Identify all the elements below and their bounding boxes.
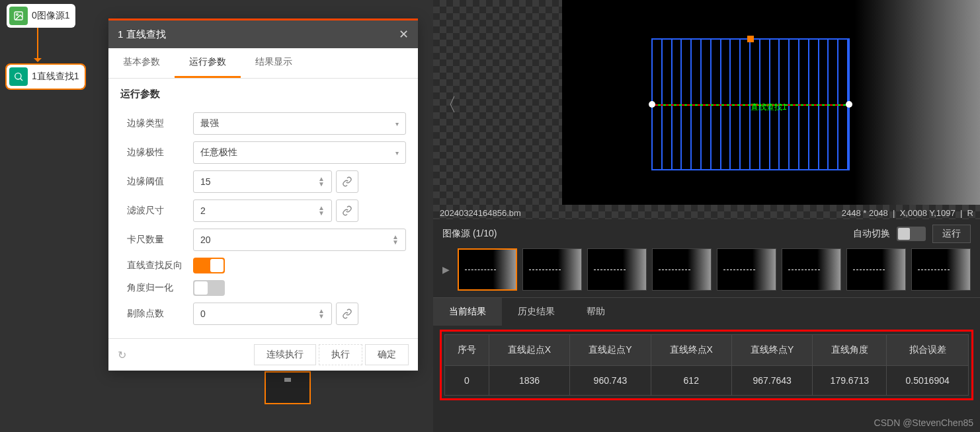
thumbnail[interactable] xyxy=(846,248,906,291)
result-table: 序号 直线起点X 直线起点Y 直线终点X 直线终点Y 直线角度 拟合误差 0 1… xyxy=(444,334,969,396)
col-header: 直线终点X xyxy=(651,335,731,366)
select-edge-polarity[interactable]: 任意极性 ▾ xyxy=(193,141,406,164)
dialog-tabs: 基本参数 运行参数 结果显示 xyxy=(108,48,418,79)
svg-point-1 xyxy=(17,14,19,16)
result-tabs: 当前结果 历史结果 帮助 xyxy=(433,297,980,326)
node-label: 1直线查找1 xyxy=(32,71,79,83)
thumbnail[interactable] xyxy=(911,248,971,291)
chevron-down-icon: ▾ xyxy=(395,120,399,127)
cell: 1836 xyxy=(489,366,569,396)
spinner-caliper-count[interactable]: 20 ▲▼ xyxy=(193,229,406,251)
cell: 967.7643 xyxy=(731,366,812,396)
select-edge-type[interactable]: 最强 ▾ xyxy=(193,112,406,135)
cursor-label: X,0008 Y,1097 xyxy=(900,208,956,218)
spinner-remove-points[interactable]: 0 ▲▼ xyxy=(193,303,332,325)
dialog-header[interactable]: 1 直线查找 ✕ xyxy=(108,20,418,48)
cell: 0.5016904 xyxy=(887,366,969,396)
execute-button[interactable]: 执行 xyxy=(319,344,362,365)
spinner-edge-threshold[interactable]: 15 ▲▼ xyxy=(193,170,332,193)
label-filter-size: 滤波尺寸 xyxy=(120,205,193,217)
section-title: 运行参数 xyxy=(108,79,418,106)
thumbnail-strip: ▶ xyxy=(433,248,980,297)
tab-help[interactable]: 帮助 xyxy=(571,298,621,326)
label-caliper-count: 卡尺数量 xyxy=(120,234,193,246)
col-header: 序号 xyxy=(445,335,489,366)
label-remove-points: 剔除点数 xyxy=(120,308,193,320)
resolution-label: 2448 * 2048 xyxy=(842,208,888,218)
ok-button[interactable]: 确定 xyxy=(365,344,409,365)
roi-label: 直线查找1 xyxy=(751,102,787,113)
cell: 960.743 xyxy=(570,366,651,396)
close-icon[interactable]: ✕ xyxy=(399,27,409,42)
play-icon[interactable]: ▶ xyxy=(442,264,450,275)
tab-history-result[interactable]: 历史结果 xyxy=(502,298,571,326)
thumbnail[interactable] xyxy=(458,248,517,291)
col-header: 直线角度 xyxy=(813,335,887,366)
tab-basic[interactable]: 基本参数 xyxy=(108,48,175,78)
filename-label: 20240324164856.bm xyxy=(440,208,521,218)
node-line-find[interactable]: 1直线查找1 xyxy=(7,65,85,89)
auto-switch-toggle[interactable] xyxy=(897,227,926,241)
dialog-title: 1 直线查找 xyxy=(118,28,166,41)
col-header: 直线终点Y xyxy=(731,335,812,366)
thumb-title: 图像源 (1/10) xyxy=(442,228,497,240)
viewer-status: 20240324164856.bm 2448 * 2048 | X,0008 Y… xyxy=(440,208,973,218)
toggle-reverse[interactable] xyxy=(193,258,225,273)
node-label: 0图像源1 xyxy=(32,10,70,22)
line-find-dialog: 1 直线查找 ✕ 基本参数 运行参数 结果显示 运行参数 边缘类型 最强 ▾ 边… xyxy=(108,18,418,371)
extra-label: R xyxy=(967,208,973,218)
svg-line-3 xyxy=(20,79,22,81)
run-button[interactable]: 运行 xyxy=(932,225,971,243)
minimap[interactable] xyxy=(265,371,311,404)
flow-arrow xyxy=(37,28,38,61)
roi-box[interactable]: 直线查找1 xyxy=(651,38,850,170)
watermark: CSDN @StevenChen85 xyxy=(874,417,973,428)
label-edge-threshold: 边缘阈值 xyxy=(120,176,193,188)
search-icon xyxy=(9,67,28,86)
label-reverse: 直线查找反向 xyxy=(120,260,193,271)
label-angle-norm: 角度归一化 xyxy=(120,282,193,294)
toggle-angle-norm[interactable] xyxy=(193,280,225,296)
dialog-footer: ↻ 连续执行 执行 确定 xyxy=(108,338,418,371)
right-pane: 直线查找1 〈 20240324164856.bm 2448 * 2048 | … xyxy=(433,0,980,432)
continuous-execute-button[interactable]: 连续执行 xyxy=(254,344,316,365)
thumbnail[interactable] xyxy=(652,248,712,291)
cell: 0 xyxy=(445,366,489,396)
roi-handle-left[interactable] xyxy=(649,101,655,108)
roi-handle-top[interactable] xyxy=(747,36,754,42)
table-row: 0 1836 960.743 612 967.7643 179.6713 0.5… xyxy=(445,366,969,396)
label-edge-polarity: 边缘极性 xyxy=(120,147,193,159)
spinner-filter-size[interactable]: 2 ▲▼ xyxy=(193,199,332,222)
tab-display[interactable]: 结果显示 xyxy=(241,48,307,78)
spinner-arrows-icon[interactable]: ▲▼ xyxy=(318,308,325,319)
node-image-source[interactable]: 0图像源1 xyxy=(7,4,75,28)
image-viewer[interactable]: 直线查找1 〈 20240324164856.bm 2448 * 2048 | … xyxy=(433,0,980,219)
spinner-arrows-icon[interactable]: ▲▼ xyxy=(318,176,325,187)
link-button[interactable] xyxy=(336,303,358,325)
image-icon xyxy=(9,7,28,25)
auto-switch-label: 自动切换 xyxy=(853,228,890,240)
cell: 179.6713 xyxy=(813,366,887,396)
thumbnail[interactable] xyxy=(717,248,776,291)
thumbnail[interactable] xyxy=(522,248,582,291)
thumbnail[interactable] xyxy=(587,248,647,291)
form-body: 边缘类型 最强 ▾ 边缘极性 任意极性 ▾ 边缘阈值 15 xyxy=(108,106,418,338)
minimap-viewport xyxy=(284,378,291,382)
roi-handle-right[interactable] xyxy=(846,101,852,108)
refresh-icon[interactable]: ↻ xyxy=(118,349,126,361)
thumb-bar: 图像源 (1/10) 自动切换 运行 xyxy=(433,219,980,248)
spinner-arrows-icon[interactable]: ▲▼ xyxy=(392,234,399,245)
spinner-arrows-icon[interactable]: ▲▼ xyxy=(318,205,325,216)
prev-image-arrow[interactable]: 〈 xyxy=(438,92,457,118)
link-button[interactable] xyxy=(336,170,358,193)
thumbnail[interactable] xyxy=(782,248,841,291)
tab-current-result[interactable]: 当前结果 xyxy=(433,298,502,326)
col-header: 直线起点Y xyxy=(570,335,651,366)
link-button[interactable] xyxy=(336,199,358,222)
tab-runtime[interactable]: 运行参数 xyxy=(175,48,241,78)
cell: 612 xyxy=(651,366,731,396)
chevron-down-icon: ▾ xyxy=(395,149,399,157)
label-edge-type: 边缘类型 xyxy=(120,118,193,129)
table-header-row: 序号 直线起点X 直线起点Y 直线终点X 直线终点Y 直线角度 拟合误差 xyxy=(445,335,969,366)
result-table-highlight: 序号 直线起点X 直线起点Y 直线终点X 直线终点Y 直线角度 拟合误差 0 1… xyxy=(440,330,973,400)
